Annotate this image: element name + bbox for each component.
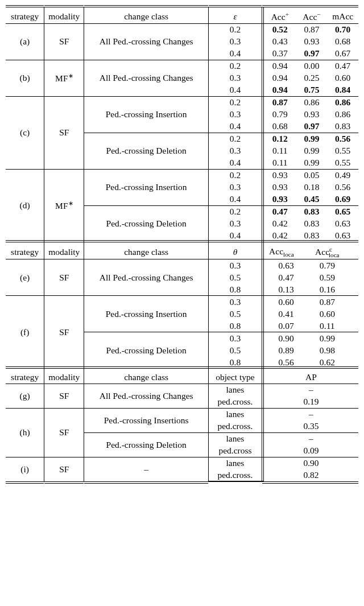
row-a-1: (a) SF All Ped.-crossing Changes 0.2 0.5…	[6, 23, 358, 36]
row-f1-1: (f) SF Ped.-crossing Insertion 0.3 0.600…	[6, 296, 358, 308]
hdr-change: change class	[84, 7, 209, 24]
row-h1-1: (h) SF Ped.-crossing Insertions lanes –	[6, 408, 358, 421]
cc-b: All Ped.-crossing Changes	[84, 60, 209, 96]
mod-c: SF	[44, 96, 84, 169]
header-section-2: strategy modality change class θ Accloca…	[6, 242, 358, 259]
hdr-accloca: Accloca	[262, 242, 296, 259]
row-d1-1: (d) MF∗ Ped.-crossing Insertion 0.2 0.93…	[6, 169, 358, 182]
cc-d2: Ped.-crossing Deletion	[84, 205, 209, 242]
label-a: (a)	[6, 23, 44, 60]
cc-c1: Ped.-crossing Insertion	[84, 96, 209, 133]
cc-a: All Ped.-crossing Changes	[84, 23, 209, 60]
hdr-macc: mAcc	[327, 7, 358, 24]
hdr-accp: Acc+	[262, 7, 296, 24]
hdr-strategy: strategy	[6, 7, 44, 24]
hdr-accm: Acc−	[296, 7, 328, 24]
cc-d1: Ped.-crossing Insertion	[84, 169, 209, 205]
header-section-3: strategy modality change class object ty…	[6, 369, 358, 384]
row-g-1: (g) SF All Ped.-crossing Changes lanes –	[6, 384, 358, 396]
mod-b: MF∗	[44, 60, 84, 96]
row-c1-1: (c) SF Ped.-crossing Insertion 0.2 0.870…	[6, 96, 358, 109]
hdr-modality: modality	[44, 7, 84, 24]
label-c: (c)	[6, 96, 44, 169]
row-i-1: (i) SF – lanes 0.90	[6, 457, 358, 469]
hdr-eps: ε	[208, 7, 262, 24]
label-d: (d)	[6, 169, 44, 242]
label-b: (b)	[6, 60, 44, 96]
row-e-1: (e) SF All Ped.-crossing Changes 0.3 0.6…	[6, 259, 358, 272]
mod-d: MF∗	[44, 169, 84, 242]
results-table: strategy modality change class ε Acc+ Ac…	[6, 7, 358, 482]
header-section-1: strategy modality change class ε Acc+ Ac…	[6, 7, 358, 24]
hdr-accloca-c: Acccloca	[296, 242, 358, 259]
row-b-1: (b) MF∗ All Ped.-crossing Changes 0.2 0.…	[6, 60, 358, 72]
mod-a: SF	[44, 23, 84, 60]
cc-c2: Ped.-crossing Deletion	[84, 133, 209, 169]
